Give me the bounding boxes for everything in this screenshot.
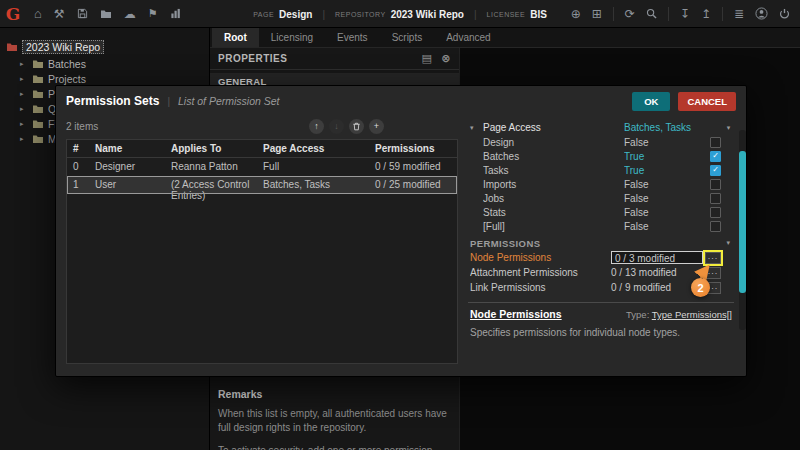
page-access-row-design[interactable]: Design False xyxy=(466,135,736,149)
row-value: 0 / 3 modified xyxy=(611,251,703,264)
stats-checkbox[interactable] xyxy=(710,207,721,218)
folder-icon xyxy=(32,89,44,99)
permissions-header-label: PERMISSIONS xyxy=(470,238,540,249)
upload-icon[interactable]: ↥ xyxy=(701,8,711,20)
add-icon[interactable]: ⊕ xyxy=(571,8,581,20)
permission-set-table: # Name Applies To Page Access Permission… xyxy=(66,139,458,364)
scrollbar-thumb[interactable] xyxy=(739,151,746,293)
collapse-icon[interactable]: ▾ xyxy=(470,124,483,132)
sidebar-item-projects[interactable]: ▸ Projects xyxy=(0,71,209,86)
expand-icon[interactable]: ▸ xyxy=(20,135,28,143)
delete-button[interactable] xyxy=(349,119,364,134)
save-properties-icon[interactable]: ▤ xyxy=(421,52,432,65)
node-permissions-ellipsis-button[interactable]: ... xyxy=(705,252,721,264)
table-row-designer[interactable]: 0 Designer Reanna Patton Full 0 / 59 mod… xyxy=(67,158,457,176)
logo-glyph: G xyxy=(6,4,21,24)
apps-grid-icon[interactable]: ⊞ xyxy=(592,8,602,20)
row-label: Attachment Permissions xyxy=(470,267,611,278)
page-access-group-header[interactable]: ▾ Page Access Batches, Tasks ▾ xyxy=(466,120,736,135)
row-value: 0 / 13 modified xyxy=(611,266,705,279)
layers-icon[interactable]: ≣ xyxy=(734,8,744,20)
group-label: Page Access xyxy=(483,122,624,133)
row-label: Batches xyxy=(483,151,624,162)
page-access-row-tasks[interactable]: Tasks True ✓ xyxy=(466,163,736,177)
column-header-permissions: Permissions xyxy=(375,143,451,154)
chart-icon[interactable] xyxy=(170,8,181,19)
flag-icon[interactable]: ⚑ xyxy=(148,8,158,19)
refresh-icon[interactable]: ⟳ xyxy=(625,8,635,20)
batches-checkbox[interactable]: ✓ xyxy=(710,151,721,162)
move-down-button[interactable]: ↓ xyxy=(329,119,344,134)
permission-detail-panel: ▾ Page Access Batches, Tasks ▾ Design Fa… xyxy=(466,120,736,364)
permission-set-list: 2 items ↑ ↓ + # Name Applies To Page Acc… xyxy=(66,118,458,364)
permission-row-attachment[interactable]: Attachment Permissions 0 / 13 modified .… xyxy=(466,265,736,280)
tab-bar: Root Licensing Events Scripts Advanced xyxy=(210,28,800,48)
top-bar: G ⌂ ⚒ ☁ ⚑ PAGE Design | REPOSITORY 2023 … xyxy=(0,0,800,28)
page-access-row-jobs[interactable]: Jobs False xyxy=(466,191,736,205)
page-access-row-imports[interactable]: Imports False xyxy=(466,177,736,191)
tab-advanced[interactable]: Advanced xyxy=(434,28,502,47)
folder-icon xyxy=(32,104,44,114)
cell-num: 0 xyxy=(73,161,95,173)
full-checkbox[interactable] xyxy=(710,221,721,232)
column-header-page-access: Page Access xyxy=(263,143,375,154)
home-icon[interactable]: ⌂ xyxy=(34,7,42,20)
folder-icon[interactable] xyxy=(100,9,112,19)
detail-scrollbar[interactable] xyxy=(739,130,746,330)
attachment-permissions-ellipsis-button[interactable]: ... xyxy=(705,267,721,279)
folder-icon xyxy=(32,74,44,84)
jobs-checkbox[interactable] xyxy=(710,193,721,204)
cell-name: Designer xyxy=(95,161,171,173)
tree-root-node[interactable]: 2023 Wiki Repo xyxy=(0,38,209,56)
page-value[interactable]: Design xyxy=(279,9,312,20)
repository-value[interactable]: 2023 Wiki Repo xyxy=(391,9,464,20)
move-up-button[interactable]: ↑ xyxy=(309,119,324,134)
annotation-step-2: 2 xyxy=(691,278,710,297)
search-icon[interactable] xyxy=(646,8,657,19)
properties-toolbar: ▤ ⊗ xyxy=(421,52,451,65)
page-access-row-full[interactable]: [Full] False xyxy=(466,219,736,233)
page-access-row-stats[interactable]: Stats False xyxy=(466,205,736,219)
save-icon[interactable] xyxy=(77,8,88,19)
download-icon[interactable]: ↧ xyxy=(680,8,690,20)
expand-icon[interactable]: ▸ xyxy=(20,90,28,98)
expand-icon[interactable]: ▸ xyxy=(20,120,28,128)
design-checkbox[interactable] xyxy=(710,137,721,148)
divider xyxy=(468,302,734,303)
permissions-section-header[interactable]: PERMISSIONS ▾ xyxy=(466,236,736,250)
expand-icon[interactable]: ▸ xyxy=(20,60,28,68)
type-permissions-link[interactable]: Type Permissions[] xyxy=(652,309,732,320)
permission-row-node[interactable]: Node Permissions 0 / 3 modified ... xyxy=(466,250,736,265)
licensee-value[interactable]: BIS xyxy=(530,9,547,20)
ok-button[interactable]: OK xyxy=(632,92,670,111)
group-value: Batches, Tasks xyxy=(624,122,721,133)
page-access-row-batches[interactable]: Batches True ✓ xyxy=(466,149,736,163)
table-row-user[interactable]: 1 User (2 Access Control Entries) Batche… xyxy=(67,176,457,194)
row-value: False xyxy=(624,179,710,190)
tasks-checkbox[interactable]: ✓ xyxy=(710,165,721,176)
add-item-button[interactable]: + xyxy=(369,119,384,134)
cloud-upload-icon[interactable]: ☁ xyxy=(124,8,136,20)
close-properties-icon[interactable]: ⊗ xyxy=(441,52,451,65)
chevron-down-icon[interactable]: ▾ xyxy=(721,239,736,247)
folder-icon xyxy=(32,134,44,144)
tab-licensing[interactable]: Licensing xyxy=(259,28,325,47)
tab-root[interactable]: Root xyxy=(212,28,259,47)
remarks-paragraph: When this list is empty, all authenticat… xyxy=(218,407,447,435)
tab-events[interactable]: Events xyxy=(325,28,380,47)
cell-permissions: 0 / 25 modified xyxy=(375,179,451,201)
sidebar-item-batches[interactable]: ▸ Batches xyxy=(0,56,209,71)
imports-checkbox[interactable] xyxy=(710,179,721,190)
description-title: Node Permissions xyxy=(470,308,562,320)
expand-icon[interactable]: ▸ xyxy=(20,75,28,83)
chevron-down-icon[interactable]: ▾ xyxy=(721,124,736,132)
user-icon[interactable] xyxy=(755,7,768,20)
expand-icon[interactable]: ▸ xyxy=(20,105,28,113)
app-logo[interactable]: G xyxy=(0,1,26,27)
tab-scripts[interactable]: Scripts xyxy=(380,28,435,47)
cell-name: User xyxy=(95,179,171,201)
tools-icon[interactable]: ⚒ xyxy=(54,8,65,20)
cancel-button[interactable]: CANCEL xyxy=(678,92,736,111)
power-icon[interactable] xyxy=(779,8,790,20)
row-label: Node Permissions xyxy=(470,252,611,263)
